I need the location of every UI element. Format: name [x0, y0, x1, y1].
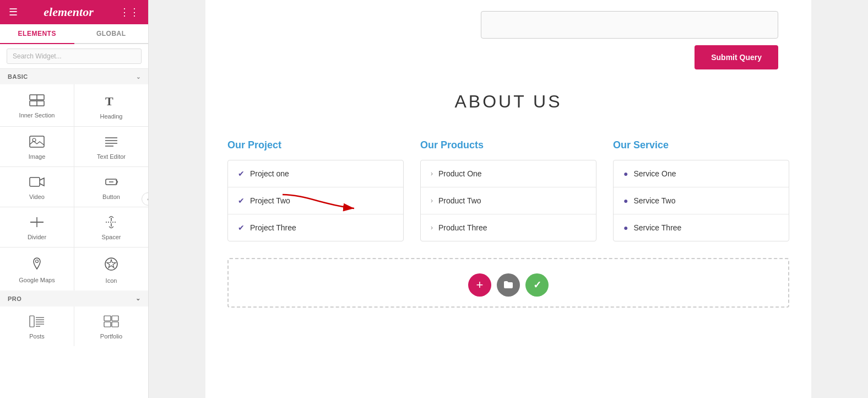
circle-icon-1: ● — [623, 169, 628, 178]
svg-rect-33 — [112, 322, 118, 327]
circle-icon-3: ● — [623, 223, 628, 232]
pin-icon-2: ✔ — [238, 196, 245, 205]
widget-portfolio[interactable]: Portfolio — [74, 306, 148, 346]
widget-button[interactable]: Button — [74, 167, 148, 207]
pro-widgets-grid: Posts Portfolio — [0, 306, 148, 346]
svg-text:T: T — [105, 94, 113, 107]
list-item: › Product One — [421, 160, 596, 187]
widgets-grid: Inner Section T Heading Image — [0, 84, 148, 291]
sidebar-tabs: ELEMENTS GLOBAL — [0, 24, 148, 44]
service-item-1: Service One — [633, 169, 676, 178]
widget-video[interactable]: Video — [0, 167, 74, 207]
widget-spacer-label: Spacer — [102, 234, 121, 240]
posts-icon — [29, 315, 45, 330]
service-list: ● Service One ● Service Two ● Service Th… — [613, 160, 789, 241]
collapse-sidebar-button[interactable]: ‹ — [142, 192, 149, 206]
submit-button[interactable]: Submit Query — [695, 45, 778, 69]
list-item: › Product Three — [421, 214, 596, 241]
service-item-3: Service Three — [633, 223, 681, 232]
widget-google-maps-label: Google Maps — [19, 277, 55, 283]
canvas: Submit Query ABOUT US Our Project — [205, 0, 811, 398]
button-icon — [104, 176, 119, 190]
widget-divider-label: Divider — [28, 234, 46, 240]
widget-divider[interactable]: Divider — [0, 207, 74, 247]
fab-folder-button[interactable] — [497, 273, 520, 297]
fab-add-button[interactable]: + — [468, 273, 491, 297]
query-textarea[interactable] — [481, 11, 778, 39]
widget-image[interactable]: Image — [0, 127, 74, 166]
svg-point-22 — [36, 260, 39, 263]
widget-posts[interactable]: Posts — [0, 306, 74, 346]
widget-inner-section-label: Inner Section — [19, 112, 55, 119]
project-item-2: Project Two — [250, 196, 290, 205]
spacer-icon — [104, 216, 119, 230]
chevron-icon-1: › — [431, 170, 433, 178]
widget-heading-label: Heading — [100, 113, 123, 120]
form-area: Submit Query — [227, 11, 789, 69]
column-products-title: Our Products — [420, 139, 596, 151]
about-title: ABOUT US — [227, 92, 789, 112]
widget-spacer[interactable]: Spacer — [74, 207, 148, 247]
chevron-icon-2: › — [431, 197, 433, 205]
sidebar: ☰ elementor ⋮⋮ ELEMENTS GLOBAL BASIC ⌄ I… — [0, 0, 149, 398]
fab-buttons: + ✓ — [468, 273, 549, 297]
basic-section-header[interactable]: BASIC ⌄ — [0, 69, 148, 84]
widget-video-label: Video — [29, 193, 45, 200]
basic-label: BASIC — [8, 73, 28, 80]
columns-row: Our Project ✔ Project one ✔ Project Two … — [227, 139, 789, 241]
heading-icon: T — [104, 93, 118, 110]
svg-rect-31 — [112, 316, 118, 321]
list-item: ● Service Two — [614, 187, 789, 214]
column-service: Our Service ● Service One ● Service Two … — [613, 139, 789, 241]
widget-heading[interactable]: T Heading — [74, 84, 148, 126]
pin-icon-1: ✔ — [238, 169, 245, 178]
svg-rect-5 — [30, 136, 44, 147]
search-input[interactable] — [7, 49, 142, 64]
widget-image-label: Image — [29, 153, 46, 160]
inner-section-icon — [29, 94, 45, 109]
product-item-3: Product Three — [438, 223, 487, 232]
widget-posts-label: Posts — [29, 333, 45, 340]
widget-button-label: Button — [102, 193, 120, 200]
service-item-2: Service Two — [633, 196, 675, 205]
widget-google-maps[interactable]: Google Maps — [0, 248, 74, 291]
column-project-title: Our Project — [227, 139, 404, 151]
divider-icon — [29, 216, 45, 230]
product-item-2: Product Two — [438, 196, 481, 205]
widget-icon[interactable]: Icon — [74, 248, 148, 291]
svg-rect-11 — [30, 178, 40, 186]
basic-chevron-icon: ⌄ — [136, 74, 141, 80]
tab-elements[interactable]: ELEMENTS — [0, 24, 74, 44]
pro-section-header[interactable]: PRO ⌄ — [0, 291, 148, 306]
list-item: ● Service One — [614, 160, 789, 187]
svg-rect-24 — [30, 316, 34, 327]
portfolio-icon — [104, 315, 119, 330]
widget-inner-section[interactable]: Inner Section — [0, 84, 74, 126]
pro-chevron-icon: ⌄ — [135, 295, 141, 302]
project-item-3: Project Three — [250, 223, 296, 232]
tab-global[interactable]: GLOBAL — [74, 24, 149, 43]
column-project: Our Project ✔ Project one ✔ Project Two … — [227, 139, 404, 241]
project-item-1: Project one — [250, 169, 289, 178]
project-list: ✔ Project one ✔ Project Two ✔ Project Th… — [227, 160, 404, 241]
list-item: ● Service Three — [614, 214, 789, 241]
main-content: Submit Query ABOUT US Our Project — [149, 0, 868, 398]
about-section: ABOUT US — [227, 69, 789, 123]
list-item: ✔ Project Two — [228, 187, 403, 214]
list-item: ✔ Project one — [228, 160, 403, 187]
chevron-icon-3: › — [431, 224, 433, 232]
hamburger-icon[interactable]: ☰ — [9, 6, 18, 18]
list-item: › Product Two — [421, 187, 596, 214]
sidebar-header: ☰ elementor ⋮⋮ — [0, 0, 148, 24]
product-item-1: Product One — [438, 169, 482, 178]
video-icon — [29, 176, 45, 190]
widget-text-editor[interactable]: Text Editor — [74, 127, 148, 166]
fab-check-button[interactable]: ✓ — [525, 273, 549, 297]
list-item: ✔ Project Three — [228, 214, 403, 241]
image-icon — [29, 136, 45, 150]
widget-portfolio-label: Portfolio — [100, 333, 122, 340]
grid-icon[interactable]: ⋮⋮ — [120, 6, 139, 18]
pin-icon-3: ✔ — [238, 223, 245, 232]
widget-text-editor-label: Text Editor — [97, 153, 126, 160]
svg-rect-32 — [104, 322, 111, 327]
